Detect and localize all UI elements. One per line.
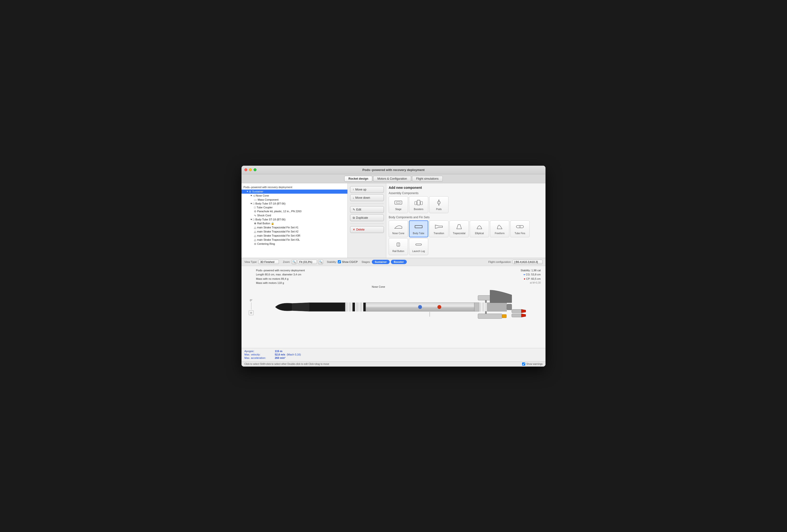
tree-item-nose-cone[interactable]: ▼ ◁ Nose Cone	[241, 194, 347, 198]
sustainer-stage-button[interactable]: Sustainer	[372, 260, 390, 264]
tree-item-fin-3l-label: main Strake Trapezoidal Fin Set #3L	[257, 238, 300, 241]
move-down-button[interactable]: ↓ Move down	[350, 194, 384, 201]
tree-item-body-tube-2[interactable]: ▼ □ Body Tube ST-18 (BT-56)	[241, 218, 347, 221]
elliptical-picker-icon	[474, 223, 484, 231]
zoom-select[interactable]: Fit (33,3%)	[298, 260, 317, 264]
stability-display: Stability: 1,98 cal	[520, 268, 541, 273]
svg-rect-9	[415, 225, 422, 228]
cg-display: ● CG: 53,8 cm	[520, 272, 541, 277]
tree-item-body-tube-1[interactable]: ▼ □ Body Tube ST-18 (BT-56)	[241, 202, 347, 205]
stages-label: Stages:	[362, 261, 370, 263]
tree-item-fin-3l[interactable]: △ main Strake Trapezoidal Fin Set #3L	[241, 238, 347, 242]
minimize-button[interactable]	[249, 168, 252, 171]
tree-item-sustainer[interactable]: ▼ ⊟ Sustainer	[241, 190, 347, 194]
picker-elliptical[interactable]: Elliptical	[470, 220, 489, 237]
stats-bar: Apogee: 115 m Max. velocity: 52,6 m/s (M…	[241, 348, 546, 361]
tab-motors-config[interactable]: Motors & Configuration	[373, 176, 411, 182]
pods-label: Pods	[436, 208, 442, 210]
tree-item-shock-cord-label: Shock Cord	[257, 214, 271, 217]
zoom-out-button[interactable]: 🔍	[292, 260, 297, 264]
pods-icon	[434, 199, 444, 207]
zoom-in-button[interactable]: 🔍	[318, 260, 323, 264]
tree-item-fin-3r[interactable]: △ main Strake Trapezoidal Fin Set #3R	[241, 234, 347, 238]
expand-icon-nose: ▼	[250, 194, 252, 197]
tree-item-fin-2[interactable]: △ main Strake Trapezoidal Fin Set #2	[241, 229, 347, 234]
tree-item-fin-2-label: main Strake Trapezoidal Fin Set #2	[257, 230, 298, 233]
svg-rect-19	[356, 303, 359, 311]
cg-dot: ●	[524, 273, 526, 276]
freeform-picker-icon	[495, 223, 505, 231]
picker-launch-lug[interactable]: Launch Lug	[409, 238, 428, 255]
tree-item-fin-1[interactable]: △ main Strake Trapezoidal Fin Set #1	[241, 225, 347, 229]
show-cgcp-checkbox[interactable]	[338, 260, 341, 263]
booster-stage-button[interactable]: Booster	[391, 260, 407, 264]
tree-item-centering-ring-label: Centering Ring	[257, 242, 275, 245]
body-tube-1-icon: □	[253, 202, 255, 205]
show-warnings-group: Show warnings	[522, 362, 543, 365]
tube-fins-picker-icon	[515, 223, 525, 231]
svg-rect-35	[512, 309, 523, 313]
rocket-info-top: Pods--powered with recovery deployment L…	[256, 268, 305, 285]
tab-flight-sims[interactable]: Flight simulations	[412, 176, 443, 182]
svg-rect-4	[421, 201, 422, 205]
apogee-label: Apogee:	[244, 350, 273, 353]
rail-button-picker-icon	[394, 241, 403, 249]
picker-nose-cone[interactable]: Nose Cone	[389, 220, 408, 237]
tree-item-tube-coupler[interactable]: □ Tube Coupler	[241, 205, 347, 209]
rail-button-icon: ⊕	[254, 222, 256, 225]
show-warnings-label: Show warnings	[526, 363, 543, 365]
angle-indicator: 0° ⊟	[249, 299, 254, 315]
inner-section-title: Inner Components	[389, 258, 543, 258]
delete-icon: ✕	[353, 228, 355, 231]
svg-rect-23	[474, 303, 479, 311]
launch-lug-picker-icon	[414, 241, 423, 249]
tab-rocket-design[interactable]: Rocket design	[344, 176, 372, 182]
svg-rect-14	[416, 244, 422, 245]
launch-lug-picker-label: Launch Lug	[412, 250, 425, 252]
picker-transition[interactable]: Transition	[429, 220, 448, 237]
show-warnings-checkbox[interactable]	[522, 362, 525, 365]
move-up-button[interactable]: ↑ Move up	[350, 186, 384, 193]
window-title: Pods--powered with recovery deployment	[362, 168, 425, 172]
tree-item-rail-button[interactable]: ⊕ Rail Button 🔒	[241, 221, 347, 225]
delete-button[interactable]: ✕ Delete	[350, 226, 384, 233]
stability-label: Stability:	[327, 261, 337, 263]
tree-item-mass-component[interactable]: — Mass Component	[241, 198, 347, 202]
flight-config-select[interactable]: [:B6-4;A10-3;A10-3]	[513, 260, 543, 264]
tree-root-label: Pods--powered with recovery deployment	[241, 185, 347, 190]
svg-point-8	[439, 204, 439, 205]
duplicate-button[interactable]: ⧉ Duplicate	[350, 215, 384, 221]
tree-item-tube-coupler-label: Tube Coupler	[257, 206, 273, 209]
maximize-button[interactable]	[254, 168, 256, 171]
tree-item-centering-ring[interactable]: ⊙ Centering Ring	[241, 242, 347, 246]
body-tube-picker-icon	[414, 223, 423, 231]
flight-config-label: Flight configuration:	[488, 261, 511, 263]
assembly-section-title: Assembly Components	[389, 192, 543, 195]
actions-panel: ↑ Move up ↓ Move down ✎ Edit ⧉ Duplicate…	[348, 183, 386, 258]
picker-tube-fins[interactable]: Tube Fins	[510, 220, 530, 237]
freeform-picker-label: Freeform	[495, 232, 505, 235]
tree-item-shock-cord[interactable]: ∿ Shock Cord	[241, 214, 347, 218]
tube-coupler-icon: □	[254, 206, 256, 209]
picker-pods[interactable]: Pods	[429, 196, 448, 213]
rocket-svg	[261, 285, 526, 329]
picker-freeform[interactable]: Freeform	[490, 220, 509, 237]
picker-stage[interactable]: Stage	[389, 196, 408, 213]
collapse-icon: ▼	[246, 190, 249, 193]
velocity-label: Max. velocity:	[244, 353, 273, 356]
angle-box: ⊟	[249, 310, 254, 315]
picker-body-tube[interactable]: Body Tube	[409, 220, 428, 237]
apogee-row: Apogee: 115 m	[244, 350, 543, 353]
component-tree[interactable]: Pods--powered with recovery deployment ▼…	[241, 183, 348, 258]
view-type-select[interactable]: 3D Finished	[258, 260, 279, 264]
nose-cone-picker-label: Nose Cone	[392, 232, 404, 235]
tree-item-parachute[interactable]: ⊙ Parachute kit, plastic, 12 in., PN 226…	[241, 209, 347, 214]
svg-rect-31	[478, 314, 502, 318]
body-section-title: Body Components and Fin Sets	[389, 216, 543, 219]
picker-rail-button[interactable]: Rail Button	[389, 238, 408, 255]
picker-trapezoidal[interactable]: Trapezoidal	[449, 220, 469, 237]
picker-boosters[interactable]: Boosters	[409, 196, 428, 213]
main-window: Pods--powered with recovery deployment R…	[241, 166, 546, 367]
edit-button[interactable]: ✎ Edit	[350, 206, 384, 213]
close-button[interactable]	[244, 168, 247, 171]
